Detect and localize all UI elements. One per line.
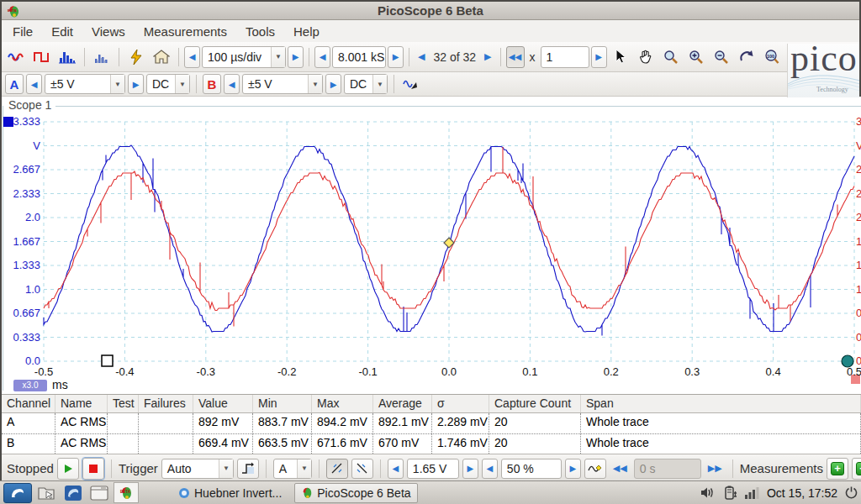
menu-item-file[interactable]: File (3, 23, 42, 40)
column-header[interactable]: Min (253, 395, 312, 412)
column-header[interactable]: σ (432, 395, 489, 412)
chevron-down-icon[interactable]: ▼ (110, 75, 124, 93)
spectrum-view-icon[interactable] (55, 45, 79, 69)
zoom-in-icon[interactable] (684, 45, 708, 69)
toolbar-separator (409, 48, 409, 66)
column-header[interactable]: Channel (2, 395, 55, 412)
menu-item-help[interactable]: Help (284, 23, 329, 40)
measurement-row[interactable]: AAC RMS892 mV883.7 mV894.2 mV892.1 mV2.2… (2, 413, 861, 433)
column-header[interactable]: Name (55, 395, 108, 412)
remove-measurement-button[interactable]: − (852, 458, 861, 480)
column-header[interactable]: Failures (139, 395, 193, 412)
chevron-down-icon[interactable]: ▼ (219, 459, 233, 478)
rising-edge-icon[interactable] (326, 459, 348, 479)
buffer-next-button[interactable]: ▶ (481, 51, 494, 62)
file-manager-icon[interactable] (35, 483, 58, 503)
menu-item-tools[interactable]: Tools (236, 23, 284, 40)
channel-b-range-select[interactable]: ±5 V ▼ (242, 74, 323, 94)
undo-zoom-icon[interactable] (735, 45, 758, 69)
channel-b-range-down-button[interactable]: ◀ (224, 74, 240, 94)
trigger-source-value: A (274, 462, 297, 475)
menu-item-views[interactable]: Views (82, 23, 135, 40)
taskbar-task-inactive[interactable]: Huebner Invert... (172, 483, 288, 503)
channel-a-coupling-select[interactable]: DC ▼ (146, 74, 190, 94)
timebase-decrease-button[interactable]: ◀ (184, 46, 200, 68)
persistence-view-icon[interactable] (90, 45, 114, 69)
column-header[interactable]: Value (193, 395, 253, 412)
waveform-plot[interactable] (2, 97, 861, 394)
y-axis-label-right: 0.333 (856, 331, 861, 344)
marquee-zoom-icon[interactable] (659, 45, 683, 69)
trigger-mode-select[interactable]: Auto ▼ (161, 459, 234, 479)
power-icon[interactable] (845, 486, 858, 499)
trigger-level-increase-button[interactable]: ▶ (462, 459, 478, 479)
chevron-down-icon[interactable]: ▼ (175, 75, 189, 93)
square-wave-view-icon[interactable] (30, 45, 54, 69)
column-header[interactable]: Max (312, 395, 373, 412)
trigger-source-select[interactable]: A ▼ (273, 459, 312, 479)
scope-view-icon[interactable] (5, 45, 29, 69)
trigger-level-decrease-button[interactable]: ◀ (388, 459, 404, 479)
pre-trigger-decrease-button[interactable]: ◀ (482, 459, 498, 479)
delay-decrease-button[interactable]: ◀◀ (610, 463, 631, 474)
pre-trigger-increase-button[interactable]: ▶ (565, 459, 581, 479)
timebase-select[interactable]: 100 µs/div ▼ (202, 46, 286, 68)
start-capture-button[interactable] (57, 458, 79, 480)
taskbar-clock[interactable]: Oct 15, 17:52 (767, 486, 837, 500)
taskbar-task-active[interactable]: PicoScope 6 Beta (294, 483, 417, 503)
zoom-out-full-button[interactable]: ◀◀ (506, 46, 525, 68)
falling-edge-icon[interactable] (351, 459, 373, 479)
chevron-down-icon[interactable]: ▼ (297, 459, 311, 478)
timebase-value: 100 µs/div (203, 50, 271, 64)
stop-capture-button[interactable] (82, 458, 104, 480)
delay-increase-button[interactable]: ▶▶ (705, 463, 726, 474)
trigger-level-input[interactable]: 1.65 V (407, 459, 459, 479)
channel-a-button[interactable]: A (5, 74, 24, 94)
timebase-increase-button[interactable]: ▶ (288, 46, 304, 68)
hand-pan-icon[interactable] (634, 45, 658, 69)
measurement-cell: Whole trace (581, 413, 861, 433)
network-signal-icon[interactable] (745, 487, 759, 499)
measurement-row[interactable]: BAC RMS669.4 mV663.5 mV671.6 mV670 mV1.7… (2, 433, 861, 454)
column-header[interactable]: Capture Count (489, 395, 581, 412)
samples-increase-button[interactable]: ▶ (388, 46, 404, 68)
start-menu-button[interactable] (3, 483, 32, 503)
pre-trigger-input[interactable]: 50 % (501, 459, 562, 479)
channel-a-range-up-button[interactable]: ▶ (128, 74, 144, 94)
signal-generator-icon[interactable] (400, 74, 420, 94)
battery-icon[interactable] (724, 486, 737, 500)
buffer-previous-button[interactable]: ◀ (415, 51, 428, 62)
samples-decrease-button[interactable]: ◀ (314, 46, 330, 68)
chevron-down-icon[interactable]: ▼ (271, 47, 285, 67)
channel-a-range-down-button[interactable]: ◀ (26, 74, 42, 94)
picoscope-launcher-icon[interactable]: BETA (114, 482, 139, 503)
home-icon[interactable] (150, 45, 173, 69)
column-header[interactable]: Test (108, 395, 139, 412)
channel-a-range-select[interactable]: ±5 V ▼ (45, 74, 125, 94)
column-header[interactable]: Span (581, 395, 861, 412)
zoom-factor-input[interactable]: 1 (541, 46, 589, 68)
samples-input[interactable]: 8.001 kS (332, 46, 386, 68)
chevron-down-icon[interactable]: ▼ (372, 75, 387, 93)
chevron-down-icon[interactable]: ▼ (308, 75, 322, 93)
channel-b-range-up-button[interactable]: ▶ (325, 74, 341, 94)
y-axis-label-right: 1.667 (856, 235, 861, 248)
volume-icon[interactable] (700, 486, 716, 499)
trigger-marker-icon[interactable] (584, 459, 606, 479)
zoom-100-icon[interactable]: 100 (760, 45, 784, 69)
measurement-cell: 669.4 mV (193, 434, 253, 454)
channel-b-button[interactable]: B (203, 74, 221, 94)
add-measurement-button[interactable]: + (827, 458, 848, 480)
column-header[interactable]: Average (373, 395, 432, 412)
advanced-trigger-icon[interactable] (237, 459, 259, 479)
web-browser-icon[interactable] (61, 483, 84, 503)
normal-pointer-icon[interactable] (609, 45, 632, 69)
menu-item-edit[interactable]: Edit (42, 23, 82, 40)
measurement-cell: 892.1 mV (373, 413, 432, 433)
zoom-increase-button[interactable]: ▶ (591, 46, 607, 68)
menu-item-measurements[interactable]: Measurements (135, 23, 236, 40)
zoom-out-icon[interactable] (710, 45, 733, 69)
auto-setup-icon[interactable] (124, 45, 148, 69)
show-desktop-icon[interactable] (87, 483, 110, 503)
channel-b-coupling-select[interactable]: DC ▼ (344, 74, 388, 94)
